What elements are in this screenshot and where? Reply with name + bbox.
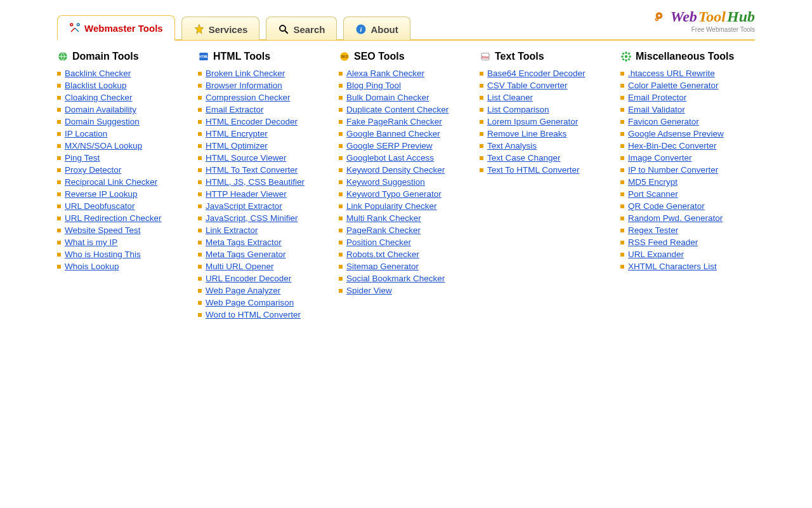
tool-link[interactable]: Keyword Suggestion — [346, 177, 425, 187]
tool-link[interactable]: .htaccess URL Rewrite — [628, 69, 715, 78]
tab-services[interactable]: Services — [181, 17, 260, 40]
tool-link[interactable]: Remove Line Breaks — [487, 129, 566, 138]
tool-link[interactable]: MD5 Encrypt — [628, 177, 678, 187]
tool-link[interactable]: HTML, JS, CSS Beautifier — [206, 177, 304, 187]
tool-link[interactable]: Keyword Density Checker — [346, 165, 445, 175]
site-logo[interactable]: WebToolHub Free Webmaster Tools — [649, 6, 755, 33]
tool-link[interactable]: Random Pwd. Generator — [628, 213, 723, 223]
tool-link[interactable]: Word to HTML Converter — [206, 310, 301, 319]
tool-link[interactable]: XHTML Characters List — [628, 262, 717, 271]
tool-link[interactable]: Hex-Bin-Dec Converter — [628, 141, 717, 150]
tool-link[interactable]: CSV Table Converter — [487, 81, 568, 90]
tool-link[interactable]: Email Validator — [628, 105, 685, 114]
tool-link[interactable]: Google SERP Preview — [346, 141, 433, 150]
tool-link[interactable]: List Comparison — [487, 105, 549, 114]
tool-link[interactable]: Favicon Generator — [628, 117, 699, 126]
tool-link[interactable]: Base64 Encoder Decoder — [487, 69, 586, 78]
tool-row: Email Extractor — [198, 105, 332, 114]
tool-link[interactable]: MX/NS/SOA Lookup — [65, 141, 142, 150]
tool-link[interactable]: Google Adsense Preview — [628, 129, 724, 138]
tool-link[interactable]: HTML Source Viewer — [206, 153, 287, 163]
tool-link[interactable]: HTML Optimizer — [206, 141, 268, 150]
tool-link[interactable]: Color Palette Generator — [628, 81, 719, 90]
tool-link[interactable]: What is my IP — [65, 237, 117, 247]
tool-link[interactable]: Regex Tester — [628, 225, 678, 235]
tool-link[interactable]: Browser Information — [206, 81, 282, 90]
tool-link[interactable]: Cloaking Checker — [65, 93, 133, 102]
tool-link[interactable]: RSS Feed Reader — [628, 237, 698, 247]
tool-link[interactable]: Whois Lookup — [65, 262, 119, 271]
tool-row: IP Location — [57, 129, 192, 138]
tool-link[interactable]: Backlink Checker — [65, 69, 131, 78]
tool-link[interactable]: Googlebot Last Access — [346, 153, 434, 163]
tool-link[interactable]: HTML To Text Converter — [206, 165, 298, 175]
tool-link[interactable]: Email Protector — [628, 93, 686, 102]
tab-webmaster-tools[interactable]: Webmaster Tools — [57, 15, 175, 41]
tool-row: HTTP Header Viewer — [198, 189, 332, 199]
bullet-icon — [620, 265, 624, 269]
tool-link[interactable]: Reciprocal Link Checker — [65, 177, 157, 187]
tool-link[interactable]: Sitemap Generator — [346, 262, 419, 271]
tool-link[interactable]: Proxy Detector — [65, 165, 121, 175]
tool-link[interactable]: Email Extractor — [206, 105, 264, 114]
tool-link[interactable]: Bulk Domain Checker — [346, 93, 429, 102]
tab-about[interactable]: i About — [343, 17, 410, 40]
tool-link[interactable]: Position Checker — [346, 237, 411, 247]
tool-link[interactable]: Multi Rank Checker — [346, 213, 421, 223]
tool-link[interactable]: Text To HTML Converter — [487, 165, 580, 175]
tool-link[interactable]: Robots.txt Checker — [346, 250, 419, 259]
tool-row: Ping Test — [57, 153, 192, 163]
tool-link[interactable]: Who is Hosting This — [65, 250, 141, 259]
tool-link[interactable]: URL Encoder Decoder — [206, 274, 291, 283]
tool-link[interactable]: Alexa Rank Checker — [346, 69, 424, 78]
tool-link[interactable]: Duplicate Content Checker — [346, 105, 449, 114]
tool-link[interactable]: Google Banned Checker — [346, 129, 440, 138]
tool-link[interactable]: Domain Suggestion — [65, 117, 140, 126]
tool-link[interactable]: URL Deobfuscator — [65, 201, 135, 211]
bullet-icon — [620, 168, 624, 172]
tool-link[interactable]: JavaScript Extractor — [206, 201, 282, 211]
tool-link[interactable]: Link Popularity Checker — [346, 201, 437, 211]
tool-link[interactable]: URL Redirection Checker — [65, 213, 162, 223]
tool-link[interactable]: IP to Number Converter — [628, 165, 718, 175]
tool-link[interactable]: Website Speed Test — [65, 225, 141, 235]
tool-link[interactable]: Spider View — [346, 286, 392, 295]
tool-link[interactable]: Port Scanner — [628, 189, 678, 199]
tool-link[interactable]: Domain Availability — [65, 105, 136, 114]
tool-link[interactable]: PageRank Checker — [346, 225, 421, 235]
bullet-icon — [620, 241, 624, 244]
tool-link[interactable]: List Cleaner — [487, 93, 533, 102]
tool-link[interactable]: Blog Ping Tool — [346, 81, 401, 90]
column-title: Miscellaneous Tools — [636, 51, 734, 62]
tool-row: HTML Optimizer — [198, 141, 332, 150]
tool-link[interactable]: Blacklist Lookup — [65, 81, 127, 90]
tool-link[interactable]: Keyword Typo Generator — [346, 189, 442, 199]
tool-link[interactable]: Meta Tags Generator — [206, 250, 286, 259]
bullet-icon — [198, 265, 202, 269]
tool-link[interactable]: HTML Encrypter — [206, 129, 268, 138]
tool-link[interactable]: Text Case Changer — [487, 153, 561, 163]
tool-link[interactable]: Compression Checker — [206, 93, 291, 102]
bullet-icon — [198, 204, 202, 208]
bullet-icon — [620, 144, 624, 148]
tool-link[interactable]: Social Bookmark Checker — [346, 274, 445, 283]
tool-link[interactable]: Reverse IP Lookup — [65, 189, 138, 199]
tool-link[interactable]: URL Expander — [628, 250, 684, 259]
tool-link[interactable]: Link Extractor — [206, 225, 258, 235]
tool-link[interactable]: QR Code Generator — [628, 201, 705, 211]
tool-link[interactable]: HTTP Header Viewer — [206, 189, 287, 199]
tool-link[interactable]: Web Page Comparison — [206, 298, 294, 307]
tool-link[interactable]: HTML Encoder Decoder — [206, 117, 298, 126]
tool-link[interactable]: JavaScript, CSS Minifier — [206, 213, 298, 223]
tool-link[interactable]: Ping Test — [65, 153, 100, 163]
tool-link[interactable]: Image Converter — [628, 153, 692, 163]
tool-link[interactable]: IP Location — [65, 129, 107, 138]
tool-link[interactable]: Meta Tags Extractor — [206, 237, 282, 247]
tool-link[interactable]: Text Analysis — [487, 141, 537, 150]
tab-search[interactable]: Search — [266, 17, 337, 40]
tool-link[interactable]: Lorem Ipsum Generator — [487, 117, 578, 126]
tool-link[interactable]: Web Page Analyzer — [206, 286, 280, 295]
tool-link[interactable]: Fake PageRank Checker — [346, 117, 442, 126]
tool-link[interactable]: Multi URL Opener — [206, 262, 274, 271]
tool-link[interactable]: Broken Link Checker — [206, 69, 285, 78]
